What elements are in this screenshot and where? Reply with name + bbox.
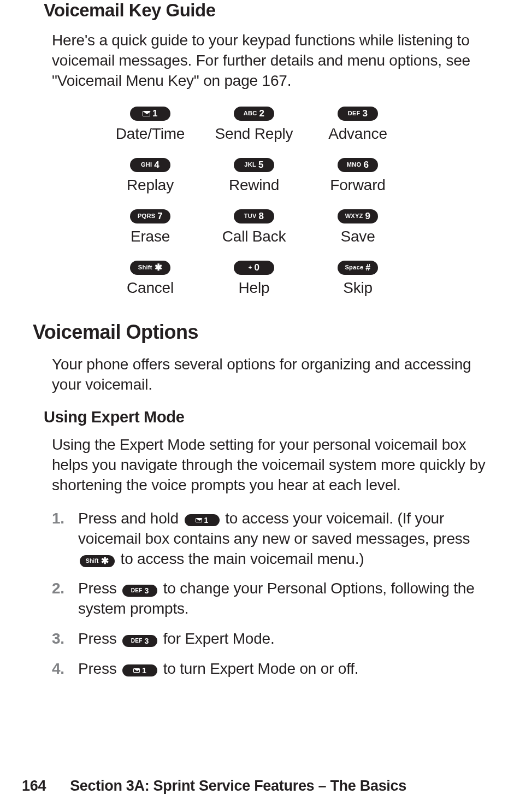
step-2-number: 2. — [52, 579, 78, 619]
key-pill-star: Shift✱ — [130, 261, 170, 275]
keypad-cell-8: TUV8 Call Back — [202, 209, 306, 245]
heading-expert-mode: Using Expert Mode — [44, 408, 486, 426]
keypad-label-1: Date/Time — [98, 125, 202, 143]
key-pill-5: JKL5 — [234, 158, 274, 172]
step-1-text: Press and hold 1 to access your voicemai… — [78, 509, 486, 569]
keypad-cell-6: MNO6 Forward — [306, 158, 410, 194]
keypad-cell-9: WXYZ9 Save — [306, 209, 410, 245]
keypad-cell-7: PQRS7 Erase — [98, 209, 202, 245]
keypad-label-7: Erase — [98, 228, 202, 245]
keypad-label-8: Call Back — [202, 228, 306, 245]
page-number: 164 — [22, 778, 46, 795]
keypad-label-3: Advance — [306, 125, 410, 143]
keypad-label-hash: Skip — [306, 279, 410, 297]
heading-voicemail-key-guide: Voicemail Key Guide — [44, 0, 486, 21]
keypad-cell-5: JKL5 Rewind — [202, 158, 306, 194]
inline-key-1b: 1 — [122, 664, 157, 676]
step-4-text: Press 1 to turn Expert Mode on or off. — [78, 659, 486, 679]
step-2: 2. Press DEF3 to change your Personal Op… — [52, 579, 486, 619]
keypad-label-4: Replay — [98, 176, 202, 194]
key-pill-3: DEF3 — [338, 107, 378, 121]
mail-icon — [196, 518, 202, 522]
key-pill-4: GHI4 — [130, 158, 170, 172]
keypad-cell-3: DEF3 Advance — [306, 107, 410, 143]
keypad-grid: 1 Date/Time ABC2 Send Reply DEF3 Advance… — [22, 107, 486, 297]
step-4-number: 4. — [52, 659, 78, 679]
key-pill-hash: Space# — [338, 261, 378, 275]
key-pill-1: 1 — [130, 107, 170, 121]
inline-key-1: 1 — [185, 514, 220, 526]
inline-key-3a: DEF3 — [122, 585, 157, 597]
step-1-number: 1. — [52, 509, 78, 569]
keypad-cell-2: ABC2 Send Reply — [202, 107, 306, 143]
steps-list: 1. Press and hold 1 to access your voice… — [52, 509, 486, 680]
inline-key-star: Shift✱ — [80, 555, 115, 567]
key-pill-9: WXYZ9 — [338, 209, 378, 223]
keypad-label-0: Help — [202, 279, 306, 297]
keypad-label-6: Forward — [306, 176, 410, 194]
key-pill-6: MNO6 — [338, 158, 378, 172]
key-pill-8: TUV8 — [234, 209, 274, 223]
keypad-cell-star: Shift✱ Cancel — [98, 261, 202, 297]
keypad-label-star: Cancel — [98, 279, 202, 297]
paragraph-expert-mode-intro: Using the Expert Mode setting for your p… — [52, 435, 486, 496]
inline-key-3b: DEF3 — [122, 635, 157, 647]
key-pill-0: +0 — [234, 261, 274, 275]
footer-section-title: Section 3A: Sprint Service Features – Th… — [70, 778, 406, 795]
paragraph-key-guide-intro: Here's a quick guide to your keypad func… — [52, 31, 486, 91]
key-pill-7: PQRS7 — [130, 209, 170, 223]
step-3-text: Press DEF3 for Expert Mode. — [78, 629, 486, 649]
keypad-label-5: Rewind — [202, 176, 306, 194]
keypad-cell-1: 1 Date/Time — [98, 107, 202, 143]
step-4: 4. Press 1 to turn Expert Mode on or off… — [52, 659, 486, 679]
keypad-label-2: Send Reply — [202, 125, 306, 143]
key-pill-2: ABC2 — [234, 107, 274, 121]
step-2-text: Press DEF3 to change your Personal Optio… — [78, 579, 486, 619]
mail-icon — [133, 668, 140, 673]
keypad-label-9: Save — [306, 228, 410, 245]
paragraph-options-intro: Your phone offers several options for or… — [52, 355, 486, 395]
mail-icon — [143, 111, 150, 116]
step-3: 3. Press DEF3 for Expert Mode. — [52, 629, 486, 649]
step-1: 1. Press and hold 1 to access your voice… — [52, 509, 486, 569]
step-3-number: 3. — [52, 629, 78, 649]
keypad-cell-4: GHI4 Replay — [98, 158, 202, 194]
heading-voicemail-options: Voicemail Options — [33, 321, 486, 344]
page-footer: 164 Section 3A: Sprint Service Features … — [22, 778, 486, 795]
keypad-cell-hash: Space# Skip — [306, 261, 410, 297]
keypad-cell-0: +0 Help — [202, 261, 306, 297]
